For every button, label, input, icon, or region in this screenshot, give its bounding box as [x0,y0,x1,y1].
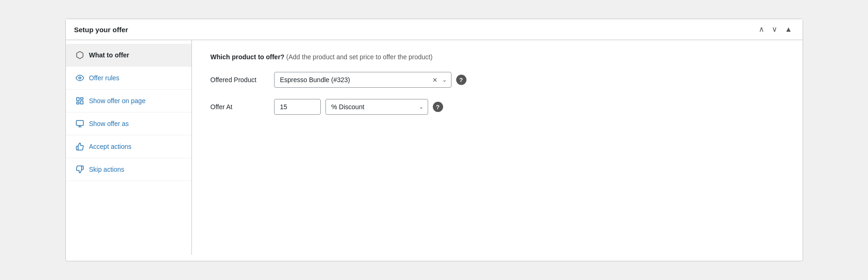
offer-at-label: Offer At [211,103,267,111]
sidebar: What to offer Offer rules [66,40,192,255]
panel-title: Setup your offer [74,26,128,34]
svg-rect-5 [76,120,83,126]
panel-body: What to offer Offer rules [66,40,803,255]
monitor-icon [75,119,85,128]
eye-icon [75,73,85,83]
svg-rect-3 [80,101,83,104]
svg-rect-1 [77,98,79,101]
offered-product-help-icon[interactable]: ? [456,75,466,85]
sidebar-label-show-offer-on-page: Show offer on page [89,97,146,105]
sidebar-label-show-offer-as: Show offer as [89,120,129,127]
panel-header: Setup your offer ∧ ∨ ▲ [66,19,803,40]
sidebar-item-accept-actions[interactable]: Accept actions [66,135,191,158]
sidebar-label-accept-actions: Accept actions [89,143,132,150]
sidebar-label-what-to-offer: What to offer [89,51,129,59]
collapse-up-button[interactable]: ∧ [757,25,766,34]
offer-at-controls: % Discount Fixed Discount Fixed Price ⌄ … [274,99,443,115]
sidebar-label-skip-actions: Skip actions [89,166,124,173]
thumbs-down-icon [75,165,85,174]
collapse-filled-button[interactable]: ▲ [783,25,794,34]
box-icon [75,50,85,60]
product-select[interactable]: Espresso Bundle (#323) [274,72,452,88]
sidebar-item-what-to-offer[interactable]: What to offer [66,44,191,67]
collapse-down-button[interactable]: ∨ [770,25,779,34]
svg-rect-2 [80,98,83,99]
discount-select-wrapper: % Discount Fixed Discount Fixed Price ⌄ [325,99,428,115]
svg-rect-4 [77,102,79,104]
offer-at-help-icon[interactable]: ? [433,102,443,112]
discount-type-select[interactable]: % Discount Fixed Discount Fixed Price [325,99,428,115]
sidebar-item-offer-rules[interactable]: Offer rules [66,67,191,90]
product-select-wrapper: Espresso Bundle (#323) ✕ ⌄ [274,72,452,88]
thumbs-up-icon [75,142,85,151]
header-controls: ∧ ∨ ▲ [757,25,794,34]
sidebar-item-show-offer-on-page[interactable]: Show offer on page [66,90,191,112]
svg-point-0 [78,77,81,79]
sidebar-label-offer-rules: Offer rules [89,74,120,82]
offered-product-row: Offered Product Espresso Bundle (#323) ✕… [211,72,784,88]
page-icon [75,96,85,105]
product-select-clear[interactable]: ✕ [432,77,438,84]
section-title: Which product to offer? (Add the product… [211,53,784,61]
sidebar-item-show-offer-as[interactable]: Show offer as [66,112,191,135]
main-content: Which product to offer? (Add the product… [192,40,803,255]
offer-at-row: Offer At % Discount Fixed Discount Fixed… [211,99,784,115]
offer-at-number-input[interactable] [274,99,321,115]
setup-offer-panel: Setup your offer ∧ ∨ ▲ What to offer [65,19,803,261]
section-subheading: (Add the product and set price to offer … [286,53,432,61]
section-heading: Which product to offer? [211,53,285,61]
offered-product-label: Offered Product [211,76,267,84]
sidebar-item-skip-actions[interactable]: Skip actions [66,158,191,181]
offered-product-controls: Espresso Bundle (#323) ✕ ⌄ ? [274,72,466,88]
